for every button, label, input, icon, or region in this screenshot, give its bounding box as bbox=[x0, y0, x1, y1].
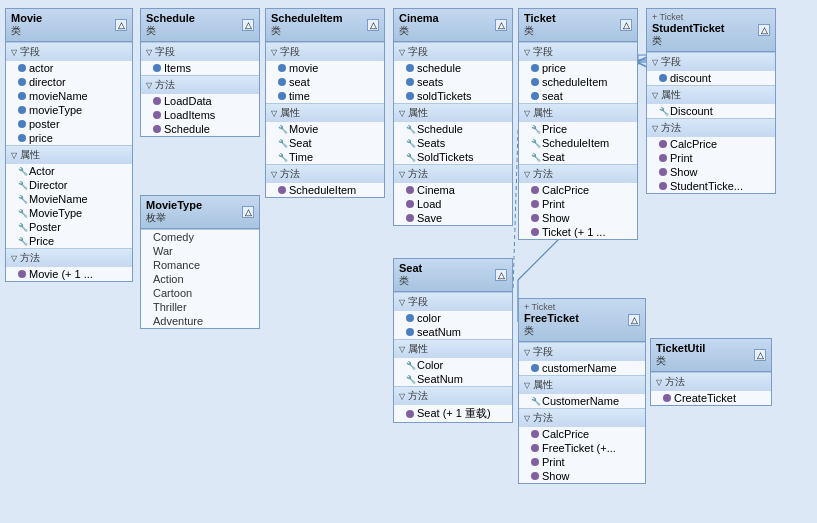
field-icon bbox=[18, 134, 26, 142]
section-label: 方法 bbox=[155, 78, 175, 92]
uml-canvas: Movie类△▽字段actordirectormovieNamemovieTyp… bbox=[0, 0, 817, 523]
member-name: Show bbox=[670, 166, 698, 178]
class-title: Seat bbox=[399, 262, 422, 274]
section-label: 方法 bbox=[408, 167, 428, 181]
section-toggle[interactable]: ▽ bbox=[524, 109, 530, 118]
uml-class-ticketUtil: TicketUtil类△▽方法CreateTicket bbox=[650, 338, 772, 406]
member-name: StudentTicke... bbox=[670, 180, 743, 192]
method-icon bbox=[659, 182, 667, 190]
member-name: seat bbox=[289, 76, 310, 88]
section-toggle[interactable]: ▽ bbox=[11, 254, 17, 263]
member-name: poster bbox=[29, 118, 60, 130]
member-item: 🔧ScheduleItem bbox=[519, 136, 637, 150]
field-icon bbox=[18, 64, 26, 72]
member-name: Print bbox=[542, 456, 565, 468]
method-icon bbox=[663, 394, 671, 402]
section-字段: ▽字段Items bbox=[141, 42, 259, 75]
class-title: ScheduleItem bbox=[271, 12, 343, 24]
section-toggle[interactable]: ▽ bbox=[524, 348, 530, 357]
section-toggle[interactable]: ▽ bbox=[399, 48, 405, 57]
member-name: Color bbox=[417, 359, 443, 371]
section-toggle[interactable]: ▽ bbox=[399, 298, 405, 307]
method-icon bbox=[406, 186, 414, 194]
method-icon bbox=[659, 140, 667, 148]
section-toggle[interactable]: ▽ bbox=[524, 48, 530, 57]
section-toggle[interactable]: ▽ bbox=[271, 109, 277, 118]
member-item: 🔧SoldTickets bbox=[394, 150, 512, 164]
member-name: Poster bbox=[29, 221, 61, 233]
expand-button[interactable]: △ bbox=[754, 349, 766, 361]
class-header-movieType: MovieType枚举△ bbox=[141, 196, 259, 229]
section-toggle[interactable]: ▽ bbox=[11, 151, 17, 160]
section-toggle[interactable]: ▽ bbox=[656, 378, 662, 387]
member-name: CalcPrice bbox=[542, 184, 589, 196]
member-item: seats bbox=[394, 75, 512, 89]
extends-label: + Ticket bbox=[652, 12, 725, 22]
section-toggle[interactable]: ▽ bbox=[524, 170, 530, 179]
member-name: ScheduleItem bbox=[542, 137, 609, 149]
member-name: Print bbox=[670, 152, 693, 164]
method-icon bbox=[531, 200, 539, 208]
member-name: seat bbox=[542, 90, 563, 102]
member-item: 🔧Seats bbox=[394, 136, 512, 150]
section-header: ▽字段 bbox=[141, 43, 259, 61]
member-item: 🔧Actor bbox=[6, 164, 132, 178]
section-toggle[interactable]: ▽ bbox=[11, 48, 17, 57]
expand-button[interactable]: △ bbox=[242, 19, 254, 31]
expand-button[interactable]: △ bbox=[242, 206, 254, 218]
member-name: MovieName bbox=[29, 193, 88, 205]
uml-class-schedule: Schedule类△▽字段Items▽方法LoadDataLoadItemsSc… bbox=[140, 8, 260, 137]
enum-section: ComedyWarRomanceActionCartoonThrillerAdv… bbox=[141, 229, 259, 328]
section-toggle[interactable]: ▽ bbox=[146, 48, 152, 57]
class-header-cinema: Cinema类△ bbox=[394, 9, 512, 42]
section-toggle[interactable]: ▽ bbox=[524, 381, 530, 390]
expand-button[interactable]: △ bbox=[628, 314, 640, 326]
section-字段: ▽字段colorseatNum bbox=[394, 292, 512, 339]
member-name: seats bbox=[417, 76, 443, 88]
uml-class-scheduleItem: ScheduleItem类△▽字段movieseattime▽属性🔧Movie🔧… bbox=[265, 8, 385, 198]
field-icon bbox=[278, 64, 286, 72]
section-toggle[interactable]: ▽ bbox=[271, 48, 277, 57]
section-label: 属性 bbox=[408, 106, 428, 120]
property-icon: 🔧 bbox=[18, 223, 26, 231]
section-toggle[interactable]: ▽ bbox=[399, 109, 405, 118]
section-toggle[interactable]: ▽ bbox=[399, 345, 405, 354]
property-icon: 🔧 bbox=[18, 181, 26, 189]
section-toggle[interactable]: ▽ bbox=[652, 124, 658, 133]
enum-item: Thriller bbox=[141, 300, 259, 314]
field-icon bbox=[531, 364, 539, 372]
member-item: 🔧Director bbox=[6, 178, 132, 192]
section-toggle[interactable]: ▽ bbox=[271, 170, 277, 179]
section-toggle[interactable]: ▽ bbox=[652, 91, 658, 100]
section-toggle[interactable]: ▽ bbox=[524, 414, 530, 423]
expand-button[interactable]: △ bbox=[495, 19, 507, 31]
member-item: LoadData bbox=[141, 94, 259, 108]
section-toggle[interactable]: ▽ bbox=[399, 170, 405, 179]
expand-button[interactable]: △ bbox=[115, 19, 127, 31]
field-icon bbox=[531, 64, 539, 72]
method-icon bbox=[153, 111, 161, 119]
member-name: Show bbox=[542, 212, 570, 224]
member-name: SoldTickets bbox=[417, 151, 473, 163]
section-header: ▽方法 bbox=[394, 387, 512, 405]
property-icon: 🔧 bbox=[531, 125, 539, 133]
class-subtitle: 类 bbox=[271, 24, 343, 38]
expand-button[interactable]: △ bbox=[495, 269, 507, 281]
expand-button[interactable]: △ bbox=[620, 19, 632, 31]
method-icon bbox=[406, 214, 414, 222]
field-icon bbox=[18, 120, 26, 128]
section-toggle[interactable]: ▽ bbox=[652, 58, 658, 67]
class-subtitle: 类 bbox=[524, 24, 556, 38]
section-toggle[interactable]: ▽ bbox=[399, 392, 405, 401]
section-toggle[interactable]: ▽ bbox=[146, 81, 152, 90]
member-item: 🔧Price bbox=[6, 234, 132, 248]
member-name: Price bbox=[542, 123, 567, 135]
member-item: 🔧CustomerName bbox=[519, 394, 645, 408]
section-header: ▽方法 bbox=[519, 165, 637, 183]
uml-class-cinema: Cinema类△▽字段scheduleseatssoldTickets▽属性🔧S… bbox=[393, 8, 513, 226]
section-header: ▽字段 bbox=[519, 343, 645, 361]
field-icon bbox=[531, 78, 539, 86]
expand-button[interactable]: △ bbox=[758, 24, 770, 36]
member-name: color bbox=[417, 312, 441, 324]
expand-button[interactable]: △ bbox=[367, 19, 379, 31]
